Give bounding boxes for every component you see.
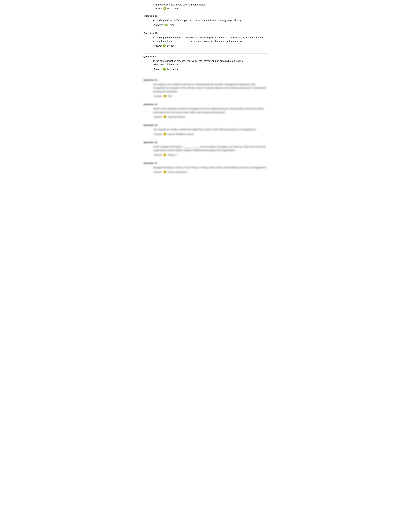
intro-answer-label: Answer: bbox=[154, 7, 162, 10]
question-label-q10: Question 10 bbox=[143, 15, 268, 17]
answer-line-q17: Answer: ✓ Human Resources bbox=[153, 171, 268, 173]
answer-value-q15: Human Relations school bbox=[167, 133, 194, 135]
intro-question-text: Communication flow that is peer-to-peer … bbox=[153, 3, 268, 6]
question-block-q14: Question 14 Which of the following schoo… bbox=[143, 101, 268, 118]
question-block-q17: Question 17 Douglas McGregor's Theory X … bbox=[143, 160, 268, 174]
question-body-q17: Douglas McGregor's Theory X and Theory Y… bbox=[143, 166, 268, 174]
question-block-q13: Question 13 According to your textbook, … bbox=[143, 77, 268, 98]
answer-value-q12: the channel bbox=[167, 68, 179, 70]
question-text-q17: Douglas McGregor's Theory X and Theory Y… bbox=[153, 166, 268, 170]
answer-key-q17: Answer: bbox=[154, 171, 162, 173]
answer-key-q13: Answer: bbox=[154, 95, 162, 97]
question-body-q15: The Hawthorne Studies marked the beginni… bbox=[143, 128, 268, 136]
answer-key-q14: Answer: bbox=[154, 115, 162, 118]
question-body-q16: Under Douglas McGregor's ____________ co… bbox=[143, 145, 268, 156]
question-block-q12: Question 12 In the communication process… bbox=[143, 53, 268, 73]
question-label-q13: Question 13 bbox=[143, 78, 268, 81]
question-label-q12: Question 12 bbox=[143, 55, 268, 58]
question-block-q10: Question 10 According to Chapter Two in … bbox=[143, 13, 268, 27]
question-block-q11: Question 11 According to the short lesso… bbox=[143, 30, 268, 50]
check-icon-q14: ✓ bbox=[163, 115, 166, 118]
question-text-q16: Under Douglas McGregor's ____________ co… bbox=[153, 145, 268, 152]
check-icon-q17: ✓ bbox=[163, 171, 166, 173]
answer-key-q11: Answer: bbox=[154, 44, 162, 50]
questions-container: Question 10 According to Chapter Two in … bbox=[143, 13, 268, 173]
question-text-q14: Which of the following schools of manage… bbox=[153, 107, 268, 114]
answer-line-q13: Answer: ✓ True bbox=[153, 95, 268, 97]
question-text-q13: According to your textbook, the key to u… bbox=[153, 83, 268, 94]
question-text-q11: According to the short lesson on the com… bbox=[153, 36, 268, 43]
question-label-q16: Question 16 bbox=[143, 141, 268, 144]
question-body-q13: According to your textbook, the key to u… bbox=[143, 83, 268, 98]
answer-line-q14: Answer: ✓ Classical School bbox=[153, 115, 268, 118]
answer-value-q17: Human Resources bbox=[167, 171, 187, 173]
intro-answer-value: horizontal bbox=[167, 7, 178, 10]
answer-value-q16: Theory Y bbox=[167, 153, 177, 156]
check-icon-q12: ✓ bbox=[163, 68, 166, 71]
question-block-q16: Question 16 Under Douglas McGregor's ___… bbox=[143, 139, 268, 156]
answer-key-q16: Answer: bbox=[154, 153, 162, 156]
question-label-q11: Question 11 bbox=[143, 32, 268, 35]
answer-line-q15: Answer: ✓ Human Relations school bbox=[153, 133, 268, 136]
question-body-q14: Which of the following schools of manage… bbox=[143, 107, 268, 118]
question-text-q10: According to Chapter Two in your text, m… bbox=[153, 19, 268, 22]
intro-check-icon: ✓ bbox=[163, 7, 166, 10]
answer-value-q10: False bbox=[168, 24, 175, 26]
answer-value-q13: True bbox=[167, 95, 172, 97]
question-text-q15: The Hawthorne Studies marked the beginni… bbox=[153, 128, 268, 131]
check-icon-q10: ✓ bbox=[165, 24, 168, 27]
check-icon-q15: ✓ bbox=[163, 133, 166, 136]
answer-key-q10: Answers: bbox=[154, 24, 164, 26]
check-icon-q11: ✓ bbox=[163, 44, 166, 47]
question-body-q11: According to the short lesson on the com… bbox=[143, 36, 268, 50]
answer-line-q16: Answer: ✓ Theory Y bbox=[153, 153, 268, 156]
answer-line-q11: Answer: ✓ encode bbox=[153, 44, 268, 50]
question-body-q10: According to Chapter Two in your text, m… bbox=[143, 19, 268, 27]
answer-value-q11: encode bbox=[167, 44, 175, 47]
question-label-q17: Question 17 bbox=[143, 162, 268, 164]
question-label-q14: Question 14 bbox=[143, 103, 268, 105]
intro-block: Communication flow that is peer-to-peer … bbox=[143, 3, 268, 10]
answer-line-q10: Answers: ✓ False bbox=[153, 24, 268, 27]
check-icon-q16: ✓ bbox=[163, 153, 166, 156]
question-block-q15: Question 15 The Hawthorne Studies marked… bbox=[143, 122, 268, 136]
answer-key-q15: Answer: bbox=[154, 133, 162, 135]
intro-answer-line: Answer: ✓ horizontal bbox=[153, 7, 268, 10]
answer-key-q12: Answer: bbox=[154, 68, 162, 73]
question-body-q12: In the communication process, your voice… bbox=[143, 59, 268, 73]
check-icon-q13: ✓ bbox=[163, 95, 166, 97]
answer-line-q12: Answer: ✓ the channel bbox=[153, 68, 268, 73]
question-text-q12: In the communication process, your voice… bbox=[153, 59, 268, 66]
question-label-q15: Question 15 bbox=[143, 124, 268, 126]
answer-value-q14: Classical School bbox=[167, 115, 185, 118]
